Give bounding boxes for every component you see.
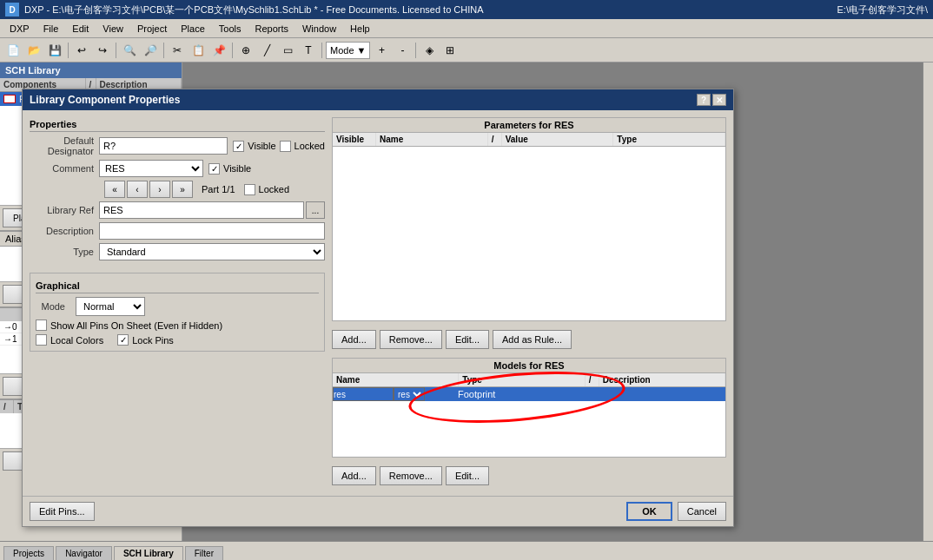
toolbar-btn-redo[interactable]: ↪ — [93, 41, 112, 60]
dialog-container: Library Component Properties ? ✕ Propert — [4, 71, 920, 544]
description-label: Description — [30, 226, 99, 236]
library-ref-input[interactable] — [99, 201, 304, 219]
menu-place[interactable]: Place — [175, 21, 211, 36]
nav-prev-button[interactable]: ‹ — [127, 181, 148, 198]
tab-projects[interactable]: Projects — [3, 546, 54, 560]
toolbar-btn-paste[interactable]: 📌 — [209, 41, 228, 60]
toolbar-btn-save[interactable]: 💾 — [45, 41, 64, 60]
dialog-help-button[interactable]: ? — [697, 94, 711, 106]
params-add-button[interactable]: Add... — [332, 330, 376, 349]
menu-view[interactable]: View — [96, 21, 129, 36]
ok-button[interactable]: OK — [626, 502, 672, 521]
model-name-input[interactable] — [333, 387, 394, 401]
nav-last-button[interactable]: » — [172, 181, 193, 198]
properties-group: Properties DefaultDesignator Visible — [30, 117, 325, 264]
models-add-button[interactable]: Add... — [332, 466, 376, 485]
cancel-button[interactable]: Cancel — [678, 502, 726, 521]
model-desc-col: Description — [599, 373, 725, 386]
title-right-text: E:\电子创客学习文件\ — [837, 3, 928, 16]
comment-select[interactable]: RES — [99, 160, 203, 177]
tab-navigator[interactable]: Navigator — [56, 546, 112, 560]
toolbar-btn-zoom-in[interactable]: 🔍 — [120, 41, 139, 60]
visible-label-comment: Visible — [223, 163, 251, 174]
show-all-pins-label: Show All Pins On Sheet (Even if Hidden) — [50, 320, 222, 331]
mode-select-graphical[interactable]: Normal De Morgan IEEE — [76, 297, 145, 316]
toolbar-btn-cut[interactable]: ✂ — [168, 41, 187, 60]
dialog-footer: Edit Pins... OK Cancel — [23, 496, 733, 526]
toolbar-btn-undo[interactable]: ↩ — [72, 41, 91, 60]
menu-file[interactable]: File — [37, 21, 65, 36]
vertical-scrollbar[interactable] — [923, 63, 933, 541]
visible-checkbox-comment[interactable] — [208, 163, 220, 175]
lock-pins-checkbox[interactable] — [117, 334, 129, 346]
models-table-title: Models for RES — [333, 359, 725, 373]
tab-filter[interactable]: Filter — [185, 546, 223, 560]
menu-edit[interactable]: Edit — [66, 21, 95, 36]
param-type-col: Type — [613, 133, 725, 146]
dialog-footer-left: Edit Pins... — [30, 502, 621, 521]
toolbar-btn-b2[interactable]: ⊞ — [440, 41, 460, 60]
toolbar-btn-place-rect[interactable]: ▭ — [278, 41, 297, 60]
locked-checkbox-designator[interactable] — [280, 141, 291, 152]
toolbar-btn-b1[interactable]: ◈ — [420, 41, 439, 60]
show-all-pins-row: Show All Pins On Sheet (Even if Hidden) — [36, 320, 319, 331]
params-add-rule-button[interactable]: Add as Rule... — [493, 330, 572, 349]
dialog-close-button[interactable]: ✕ — [712, 94, 726, 106]
toolbar-btn-copy[interactable]: 📋 — [189, 41, 208, 60]
title-bar: D DXP - E:\电子创客学习文件\PCB\某一个PCB文件\MySchli… — [0, 0, 933, 19]
toolbar-sep-1 — [68, 43, 69, 58]
visible-checkbox-designator[interactable] — [233, 141, 244, 152]
description-input[interactable] — [99, 222, 325, 240]
show-all-pins-checkbox[interactable] — [36, 320, 47, 331]
model-row-res[interactable]: res Footprint — [333, 387, 725, 401]
models-edit-button[interactable]: Edit... — [446, 466, 489, 485]
toolbar-btn-open[interactable]: 📂 — [24, 41, 43, 60]
model-name-dropdown[interactable]: res — [394, 387, 425, 401]
menu-dxp[interactable]: DXP — [3, 21, 36, 36]
default-designator-row: DefaultDesignator Visible Locked — [30, 135, 325, 156]
toolbar: 📄 📂 💾 ↩ ↪ 🔍 🔎 ✂ 📋 📌 ⊕ ╱ ▭ T Mode ▼ + - ◈… — [0, 38, 933, 63]
menu-help[interactable]: Help — [344, 21, 376, 36]
toolbar-btn-a1[interactable]: + — [372, 41, 391, 60]
menu-project[interactable]: Project — [131, 21, 173, 36]
toolbar-btn-a2[interactable]: - — [393, 41, 412, 60]
mode-dropdown[interactable]: Mode ▼ — [326, 42, 370, 59]
toolbar-btn-place-pin[interactable]: ⊕ — [236, 41, 255, 60]
model-slash-col: / — [586, 373, 599, 386]
tab-sch-library[interactable]: SCH Library — [114, 546, 183, 560]
comment-label: Comment — [30, 163, 99, 174]
param-name-col: Name — [376, 133, 488, 146]
model-slash-cell — [583, 392, 597, 396]
toolbar-btn-zoom-out[interactable]: 🔎 — [141, 41, 160, 60]
toolbar-btn-place-text[interactable]: T — [299, 41, 318, 60]
dialog-body: Properties DefaultDesignator Visible — [23, 110, 733, 496]
model-name-cell[interactable]: res — [333, 387, 454, 401]
edit-pins-button[interactable]: Edit Pins... — [30, 502, 95, 521]
menu-reports[interactable]: Reports — [248, 21, 294, 36]
local-colors-checkbox[interactable] — [36, 334, 47, 346]
visible-label-designator: Visible — [248, 141, 275, 151]
menu-window[interactable]: Window — [296, 21, 342, 36]
model-type-col: Type — [459, 373, 585, 386]
menu-tools[interactable]: Tools — [213, 21, 248, 36]
library-component-properties-dialog: Library Component Properties ? ✕ Propert — [22, 89, 734, 527]
params-remove-button[interactable]: Remove... — [380, 330, 442, 349]
local-colors-label: Local Colors — [50, 335, 103, 346]
models-remove-button[interactable]: Remove... — [380, 466, 442, 485]
parameters-table-container: Parameters for RES Visible Name / Value … — [332, 117, 726, 321]
toolbar-btn-new[interactable]: 📄 — [3, 41, 23, 60]
comment-row: Comment RES Visible — [30, 160, 325, 177]
nav-next-button[interactable]: › — [149, 181, 170, 198]
graphical-group: Graphical Mode Normal De Morgan IEEE — [30, 273, 325, 352]
dialog-title-text: Library Component Properties — [30, 94, 180, 106]
param-slash-col: / — [488, 133, 502, 146]
type-select[interactable]: Standard Power Graphical Net Tie — [99, 243, 325, 260]
model-desc-cell — [597, 392, 725, 396]
library-ref-browse-button[interactable]: ... — [306, 201, 325, 219]
params-edit-button[interactable]: Edit... — [446, 330, 489, 349]
toolbar-btn-place-line[interactable]: ╱ — [257, 41, 276, 60]
models-table-buttons: Add... Remove... Edit... — [332, 463, 726, 489]
default-designator-input[interactable] — [99, 137, 228, 155]
nav-first-button[interactable]: « — [104, 181, 125, 198]
locked-checkbox-part[interactable] — [244, 184, 255, 195]
